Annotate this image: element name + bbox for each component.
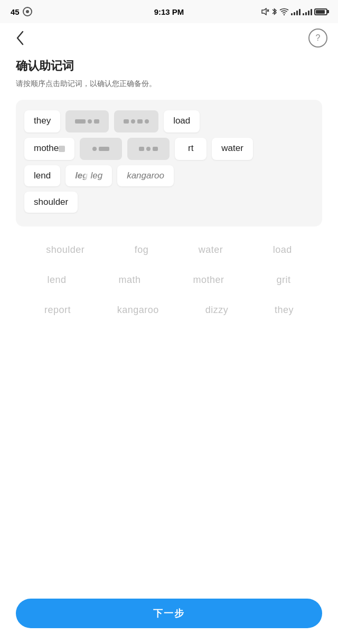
selected-word-kangaroo[interactable]: kangaroo	[117, 165, 174, 186]
word-option-math[interactable]: math	[114, 272, 145, 288]
blur-shape	[92, 147, 97, 151]
selected-row-4: shoulder	[24, 192, 314, 213]
blur-shape	[145, 119, 149, 124]
blur-shape	[75, 119, 86, 124]
word-option-water[interactable]: water	[194, 242, 228, 258]
signal-icon	[291, 8, 301, 15]
word-option-grit[interactable]: grit	[272, 272, 295, 288]
back-button[interactable]	[11, 29, 30, 48]
status-bar: 45 9:13 PM	[0, 0, 338, 23]
page-subtitle: 请按顺序点击助记词，以确认您正确备份。	[16, 78, 322, 89]
selected-word-load[interactable]: load	[164, 110, 200, 132]
app-number: 45	[11, 7, 20, 16]
bluetooth-icon	[271, 7, 277, 16]
svg-point-1	[26, 10, 29, 13]
selected-word-blurred-4	[127, 138, 170, 160]
blur-shape	[137, 119, 143, 124]
word-option-fog[interactable]: fog	[130, 242, 153, 258]
word-option-shoulder[interactable]: shoulder	[42, 242, 89, 258]
circle-dot-icon	[23, 7, 32, 16]
selected-row-2: mothe rt water	[24, 138, 314, 160]
word-options-row-3: report kangaroo dizzy they	[21, 302, 317, 318]
blur-shape	[99, 147, 109, 151]
blur-shape	[146, 147, 151, 151]
word-option-they[interactable]: they	[270, 302, 298, 318]
help-button[interactable]: ?	[308, 29, 327, 48]
word-option-load[interactable]: load	[269, 242, 296, 258]
back-arrow-icon	[15, 31, 25, 45]
word-option-report[interactable]: report	[40, 302, 75, 318]
selected-word-blurred-1	[65, 110, 109, 132]
page-content: 确认助记词 请按顺序点击助记词，以确认您正确备份。 they load moth…	[0, 53, 338, 318]
selected-row-1: they load	[24, 110, 314, 132]
status-bar-right	[261, 7, 327, 16]
selected-row-3: lend leg leg kangaroo	[24, 165, 314, 186]
selected-word-they[interactable]: they	[24, 110, 60, 132]
status-time: 9:13 PM	[154, 7, 184, 16]
signal-icon-2	[303, 8, 312, 15]
word-option-mother[interactable]: mother	[189, 272, 228, 288]
blur-shape	[124, 119, 129, 124]
status-bar-left: 45	[11, 7, 32, 16]
bottom-bar: 下一步	[0, 590, 338, 644]
selected-word-leg[interactable]: leg leg	[65, 165, 112, 186]
blur-shape	[88, 119, 92, 124]
volume-icon	[261, 8, 269, 15]
word-options-row-1: shoulder fog water load	[21, 242, 317, 258]
next-button[interactable]: 下一步	[16, 599, 322, 628]
page-title: 确认助记词	[16, 58, 322, 74]
battery-icon	[314, 8, 327, 15]
selected-word-blurred-3	[80, 138, 122, 160]
blur-shape	[131, 119, 135, 124]
svg-marker-2	[262, 8, 266, 15]
selected-word-rt[interactable]: rt	[175, 138, 206, 160]
blur-shape	[94, 119, 99, 124]
selected-words-box: they load mothe	[16, 100, 322, 226]
word-option-lend[interactable]: lend	[43, 272, 70, 288]
blur-shape	[139, 147, 144, 151]
selected-word-shoulder[interactable]: shoulder	[24, 192, 78, 213]
selected-word-water[interactable]: water	[212, 138, 253, 160]
svg-point-5	[284, 14, 285, 15]
wifi-icon	[279, 8, 289, 15]
selected-word-mother[interactable]: mothe	[24, 138, 74, 160]
word-options-row-2: lend math mother grit	[21, 272, 317, 288]
word-options: shoulder fog water load lend math mother…	[16, 242, 322, 318]
selected-word-lend[interactable]: lend	[24, 165, 60, 186]
blur-shape	[153, 147, 158, 151]
selected-word-blurred-2	[114, 110, 158, 132]
word-option-dizzy[interactable]: dizzy	[201, 302, 233, 318]
word-option-kangaroo[interactable]: kangaroo	[113, 302, 163, 318]
nav-bar: ?	[0, 23, 338, 53]
